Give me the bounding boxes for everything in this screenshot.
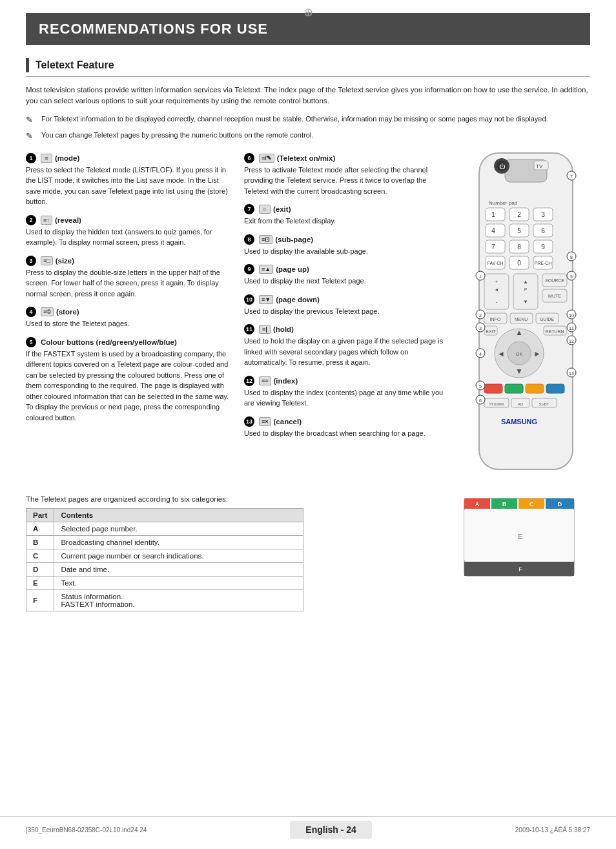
svg-text:E: E xyxy=(518,533,522,540)
feature-icon-11: ≡| xyxy=(259,325,271,334)
feature-num-9: 9 xyxy=(244,264,254,274)
feature-num-5: 5 xyxy=(26,337,36,347)
svg-text:1: 1 xyxy=(491,211,495,218)
footer-left: [350_EeuroBN68-02358C-02L10.ind24 24 xyxy=(26,826,147,834)
feature-num-7: 7 xyxy=(244,204,254,214)
svg-text:-: - xyxy=(495,299,497,305)
feature-desc-2: Used to display the hidden text (answers… xyxy=(26,227,231,248)
svg-text:►: ► xyxy=(533,349,541,358)
table-row-d: D Date and time. xyxy=(26,562,303,576)
svg-text:⏻: ⏻ xyxy=(499,163,506,170)
svg-text:INFO: INFO xyxy=(489,317,500,322)
table-cell-b-content: Broadcasting channel identity. xyxy=(54,535,303,549)
table-cell-f-content: Status information.FASTEXT information. xyxy=(54,589,303,611)
svg-text:MUTE: MUTE xyxy=(548,294,561,298)
svg-text:F: F xyxy=(518,566,522,573)
teletext-screen-svg: A B C D E F xyxy=(461,495,577,579)
feature-num-1: 1 xyxy=(26,153,36,163)
svg-text:10: 10 xyxy=(569,313,574,318)
feature-col-left: 1 ≡ (mode) Press to select the Teletext … xyxy=(26,153,231,447)
svg-rect-8 xyxy=(486,208,505,221)
svg-text:B: B xyxy=(502,501,507,507)
svg-rect-64 xyxy=(546,384,564,393)
svg-text:TV: TV xyxy=(536,163,543,169)
feature-icon-9: ≡▲ xyxy=(259,265,273,274)
svg-text:2: 2 xyxy=(517,211,521,218)
svg-rect-63 xyxy=(526,384,544,393)
bottom-left: The Teletext pages are organized accordi… xyxy=(26,495,448,611)
feature-col-right: 6 ≡/✎ (Teletext on/mix) Press to activat… xyxy=(244,153,449,447)
svg-text:▼: ▼ xyxy=(515,367,523,376)
feature-columns-container: 1 ≡ (mode) Press to select the Teletext … xyxy=(26,147,449,482)
feature-num-10: 10 xyxy=(244,294,254,305)
svg-text:C: C xyxy=(529,501,534,507)
table-cell-e-content: Text. xyxy=(54,576,303,589)
feature-label-12: (index) xyxy=(274,377,298,385)
svg-text:SOURCE: SOURCE xyxy=(545,278,564,283)
feature-item-10: 10 ≡▼ (page down) Used to display the pr… xyxy=(244,294,449,317)
note-icon-2: ✎ xyxy=(26,130,37,143)
feature-item-7: 7 ○ (exit) Exit from the Teletext displa… xyxy=(244,204,449,227)
crosshair-icon: ⊕ xyxy=(303,5,313,19)
feature-desc-5: If the FASTEXT system is used by a broad… xyxy=(26,349,231,424)
feature-desc-1: Press to select the Teletext mode (LIST/… xyxy=(26,165,231,207)
feature-num-6: 6 xyxy=(244,153,254,163)
feature-num-12: 12 xyxy=(244,376,254,386)
table-cell-d-content: Date and time. xyxy=(54,562,303,576)
feature-icon-4: ≡© xyxy=(41,307,54,316)
svg-text:11: 11 xyxy=(569,326,574,331)
svg-text:7: 7 xyxy=(570,174,573,179)
svg-text:GUIDE: GUIDE xyxy=(539,317,554,322)
remote-container: ⏻ TV Number pad 1 2 3 4 xyxy=(461,147,590,482)
feature-num-3: 3 xyxy=(26,256,36,266)
feature-label-10: (page down) xyxy=(276,296,320,303)
feature-desc-7: Exit from the Teletext display. xyxy=(244,216,449,227)
svg-text:SAMSUNG: SAMSUNG xyxy=(500,418,537,425)
table-cell-a-part: A xyxy=(26,522,54,535)
svg-text:P: P xyxy=(524,287,527,292)
page: ⊕ RECOMMENDATIONS FOR USE Teletext Featu… xyxy=(0,0,616,849)
svg-text:FAV·CH: FAV·CH xyxy=(487,261,503,265)
remote-control-image: ⏻ TV Number pad 1 2 3 4 xyxy=(461,147,590,482)
feature-num-13: 13 xyxy=(244,416,254,427)
svg-text:RETURN: RETURN xyxy=(545,329,564,334)
svg-text:▼: ▼ xyxy=(523,299,528,305)
feature-item-5: 5 Colour buttons (red/green/yellow/blue)… xyxy=(26,337,231,424)
feature-columns: 1 ≡ (mode) Press to select the Teletext … xyxy=(26,153,449,447)
note-icon-1: ✎ xyxy=(26,114,37,127)
feature-desc-11: Used to hold the display on a given page… xyxy=(244,336,449,368)
feature-item-11: 11 ≡| (hold) Used to hold the display on… xyxy=(244,324,449,368)
svg-text:13: 13 xyxy=(569,371,574,376)
feature-label-13: (cancel) xyxy=(274,418,302,425)
feature-icon-7: ○ xyxy=(259,205,271,214)
teletext-table: Part Contents A Selected page number. B … xyxy=(26,508,303,611)
feature-label-3: (size) xyxy=(56,257,74,265)
feature-icon-2: ≡↑ xyxy=(41,216,52,225)
feature-icon-13: ≡× xyxy=(259,417,271,426)
svg-text:OK: OK xyxy=(515,352,522,356)
feature-icon-1: ≡ xyxy=(41,154,52,163)
feature-icon-10: ≡▼ xyxy=(259,295,273,304)
svg-text:9: 9 xyxy=(570,274,573,279)
svg-rect-20 xyxy=(486,240,505,253)
feature-desc-13: Used to display the broadcast when searc… xyxy=(244,428,449,439)
table-cell-b-part: B xyxy=(26,535,54,549)
feature-item-3: 3 ≡□ (size) Press to display the double-… xyxy=(26,256,231,300)
feature-label-4: (store) xyxy=(56,308,79,316)
table-cell-d-part: D xyxy=(26,562,54,576)
svg-text:+: + xyxy=(495,279,498,285)
feature-num-11: 11 xyxy=(244,324,254,334)
svg-text:D: D xyxy=(558,501,562,507)
feature-item-9: 9 ≡▲ (page up) Used to display the next … xyxy=(244,264,449,287)
svg-text:8: 8 xyxy=(570,255,573,260)
svg-text:4: 4 xyxy=(479,352,482,356)
feature-desc-9: Used to display the next Teletext page. xyxy=(244,276,449,287)
svg-text:5: 5 xyxy=(479,384,482,389)
svg-text:8: 8 xyxy=(517,243,521,251)
feature-label-7: (exit) xyxy=(273,205,291,213)
svg-text:◄: ◄ xyxy=(497,349,505,358)
feature-desc-3: Press to display the double-size letters… xyxy=(26,267,231,300)
svg-text:TTX/MIX: TTX/MIX xyxy=(489,402,504,406)
svg-text:6: 6 xyxy=(479,398,482,403)
svg-rect-61 xyxy=(484,384,502,393)
